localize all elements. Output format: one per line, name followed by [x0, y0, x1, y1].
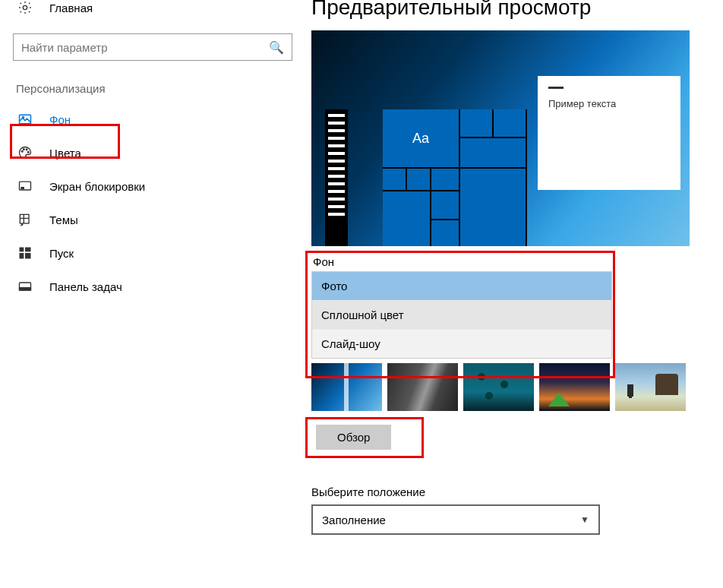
fit-label: Выберите положение	[311, 485, 715, 498]
sidebar-home[interactable]: Главная	[11, 0, 285, 24]
preview-taskbar	[325, 109, 348, 246]
content-area: Предварительный просмотр Aa Пример текст…	[296, 0, 723, 588]
background-option-solid[interactable]: Сплошной цвет	[312, 301, 611, 330]
svg-point-3	[21, 151, 23, 153]
background-dropdown-label: Фон	[311, 255, 612, 268]
gear-icon	[17, 0, 33, 15]
recent-images-row	[311, 363, 715, 411]
sidebar-item-label: Пуск	[49, 247, 74, 260]
search-icon: 🔍	[269, 40, 284, 55]
svg-point-4	[24, 149, 25, 150]
sidebar-item-label: Темы	[49, 213, 78, 226]
sidebar-section-title: Персонализация	[16, 82, 285, 95]
recent-image-3[interactable]	[463, 363, 534, 411]
browse-row: Обзор	[311, 423, 433, 467]
taskbar-icon	[17, 279, 33, 294]
palette-icon	[17, 145, 33, 160]
fit-select[interactable]: Заполнение ▼	[311, 504, 600, 535]
svg-rect-13	[25, 253, 31, 259]
recent-image-1[interactable]	[311, 363, 382, 411]
browse-button[interactable]: Обзор	[316, 425, 391, 450]
svg-rect-11	[25, 248, 31, 252]
sidebar-home-label: Главная	[49, 2, 93, 14]
themes-icon	[17, 212, 33, 227]
svg-point-2	[22, 116, 24, 118]
sidebar-item-start[interactable]: Пуск	[11, 236, 285, 270]
search-input-container[interactable]: 🔍	[13, 33, 292, 61]
background-option-photo[interactable]: Фото	[312, 272, 611, 301]
lockscreen-icon	[17, 179, 33, 194]
sidebar: Главная 🔍 Персонализация Фон Цвета Экран…	[0, 0, 296, 588]
desktop-preview: Aa Пример текста	[311, 30, 690, 246]
svg-rect-15	[20, 288, 31, 290]
fit-select-value: Заполнение	[322, 514, 386, 526]
fit-section: Выберите положение Заполнение ▼	[311, 485, 715, 535]
svg-point-5	[26, 149, 27, 150]
background-dropdown[interactable]: Фото Сплошной цвет Слайд-шоу	[311, 271, 612, 359]
sidebar-item-taskbar[interactable]: Панель задач	[11, 270, 285, 303]
recent-image-4[interactable]	[539, 363, 610, 411]
sidebar-item-colors[interactable]: Цвета	[11, 136, 285, 169]
sidebar-item-label: Панель задач	[49, 280, 122, 293]
background-dropdown-area: Фон Фото Сплошной цвет Слайд-шоу	[311, 255, 612, 359]
search-input[interactable]	[21, 41, 269, 54]
preview-tile-aa: Aa	[383, 109, 459, 167]
chevron-down-icon: ▼	[580, 514, 589, 525]
preview-sample-text: Пример текста	[548, 98, 616, 109]
preview-sample-window: Пример текста	[538, 76, 680, 190]
sidebar-item-label: Экран блокировки	[49, 180, 145, 193]
sidebar-item-background[interactable]: Фон	[11, 103, 285, 136]
sidebar-item-label: Фон	[49, 113, 71, 126]
sidebar-item-lockscreen[interactable]: Экран блокировки	[11, 169, 285, 203]
svg-rect-8	[21, 188, 24, 189]
start-icon	[17, 245, 33, 261]
preview-start-menu: Aa	[383, 109, 527, 246]
background-option-slideshow[interactable]: Слайд-шоу	[312, 330, 611, 358]
svg-rect-10	[20, 248, 24, 252]
svg-rect-9	[20, 214, 29, 223]
svg-point-0	[23, 5, 27, 9]
picture-icon	[17, 112, 33, 127]
recent-image-2[interactable]	[387, 363, 458, 411]
preview-heading: Предварительный просмотр	[311, 0, 715, 20]
recent-image-5[interactable]	[615, 363, 686, 411]
svg-point-6	[27, 151, 29, 153]
sidebar-item-label: Цвета	[49, 147, 81, 160]
sidebar-item-themes[interactable]: Темы	[11, 203, 285, 236]
svg-rect-12	[20, 253, 24, 259]
